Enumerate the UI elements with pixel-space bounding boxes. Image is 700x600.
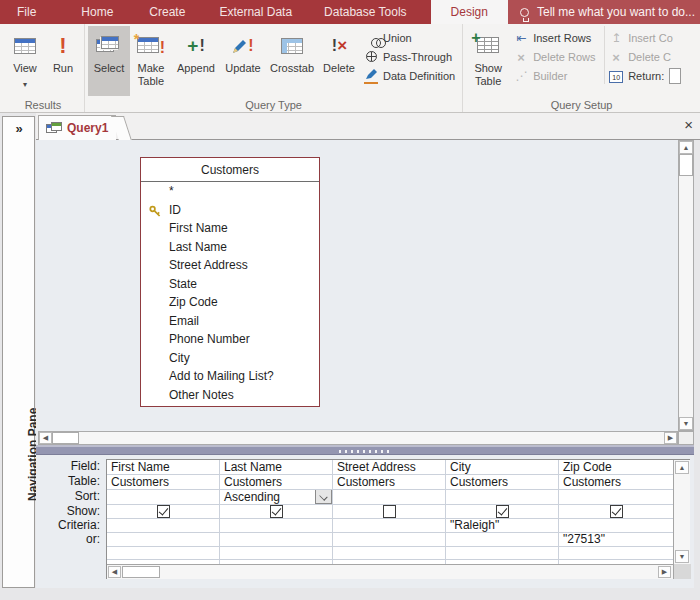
tab-file[interactable]: File (0, 0, 53, 24)
field-item-city[interactable]: City (141, 349, 319, 368)
or-cell[interactable] (107, 533, 219, 547)
empty-cell[interactable] (220, 547, 332, 560)
make-table-button[interactable]: *! Make Table (130, 26, 172, 96)
show-cell[interactable] (333, 505, 445, 519)
show-cell[interactable] (107, 505, 219, 519)
show-cell[interactable] (446, 505, 558, 519)
ribbon: View ! Run Results Select (0, 24, 700, 113)
sort-cell[interactable] (333, 490, 445, 505)
show-checkbox[interactable] (157, 505, 170, 518)
empty-cell[interactable] (446, 547, 558, 560)
field-item-id[interactable]: ID (141, 201, 319, 220)
scroll-down-icon[interactable] (675, 550, 689, 563)
group-query-type: Select *! Make Table +! Append ! Up (85, 24, 463, 112)
return-control[interactable]: 10 Return: (609, 68, 681, 84)
sort-cell[interactable] (107, 490, 219, 505)
insert-rows-button[interactable]: Insert Rows (514, 30, 598, 46)
nav-expand-icon[interactable]: » (3, 117, 34, 136)
update-button[interactable]: ! Update (220, 26, 266, 96)
criteria-cell[interactable] (559, 519, 673, 533)
navigation-pane-collapsed[interactable]: » Navigation Pane (2, 116, 35, 588)
scroll-up-icon[interactable] (675, 461, 689, 474)
scrollbar-thumb[interactable] (679, 154, 693, 176)
or-cell[interactable]: "27513" (559, 533, 673, 547)
view-button[interactable]: View (5, 26, 45, 96)
scroll-down-icon[interactable] (679, 417, 693, 430)
table-cell[interactable]: Customers (446, 475, 558, 490)
field-item-asterisk[interactable]: * (141, 182, 319, 201)
sort-cell[interactable] (446, 490, 558, 505)
or-cell[interactable] (446, 533, 558, 547)
scroll-up-icon[interactable] (679, 141, 693, 154)
pass-through-button[interactable]: Pass-Through (364, 49, 455, 65)
field-item-state[interactable]: State (141, 275, 319, 294)
top-pane-vertical-scrollbar[interactable] (678, 140, 694, 431)
group-results: View ! Run Results (2, 24, 85, 112)
field-item-email[interactable]: Email (141, 312, 319, 331)
grid-horizontal-scrollbar[interactable] (107, 564, 673, 579)
field-cell[interactable]: Zip Code (559, 460, 673, 475)
data-definition-button[interactable]: Data Definition (364, 68, 455, 84)
show-table-button[interactable]: + Show Table (466, 26, 510, 96)
show-cell[interactable] (220, 505, 332, 519)
scroll-left-icon[interactable] (108, 566, 121, 578)
field-cell[interactable]: Street Address (333, 460, 445, 475)
union-button[interactable]: Union (364, 30, 455, 46)
field-item-other-notes[interactable]: Other Notes (141, 386, 319, 405)
scroll-right-icon[interactable] (658, 566, 671, 578)
field-cell[interactable]: First Name (107, 460, 219, 475)
scrollbar-thumb[interactable] (122, 566, 160, 578)
view-dropdown-caret[interactable] (23, 76, 27, 90)
field-item-street-address[interactable]: Street Address (141, 256, 319, 275)
select-query-button[interactable]: Select (88, 26, 130, 96)
tab-create[interactable]: Create (135, 0, 199, 24)
table-cell[interactable]: Customers (107, 475, 219, 490)
field-item-last-name[interactable]: Last Name (141, 238, 319, 257)
crosstab-button[interactable]: Crosstab (266, 26, 318, 96)
or-cell[interactable] (220, 533, 332, 547)
sort-dropdown-button[interactable] (315, 490, 332, 504)
field-cell[interactable]: City (446, 460, 558, 475)
empty-cell[interactable] (333, 547, 445, 560)
return-value-box[interactable] (669, 68, 681, 84)
scrollbar-thumb[interactable] (52, 432, 79, 444)
tab-design[interactable]: Design (431, 0, 508, 24)
show-checkbox[interactable] (610, 505, 623, 518)
show-checkbox[interactable] (496, 505, 509, 518)
criteria-cell[interactable] (107, 519, 219, 533)
show-cell[interactable] (559, 505, 673, 519)
grid-vertical-scrollbar[interactable] (673, 460, 690, 564)
close-icon[interactable]: × (684, 116, 693, 133)
sort-cell[interactable] (559, 490, 673, 505)
criteria-cell[interactable] (333, 519, 445, 533)
criteria-cell[interactable]: "Raleigh" (446, 519, 558, 533)
field-cell[interactable]: Last Name (220, 460, 332, 475)
table-cell[interactable]: Customers (220, 475, 332, 490)
table-cell[interactable]: Customers (559, 475, 673, 490)
customers-field-list[interactable]: Customers * ID First Name Last Name Stre… (140, 157, 320, 407)
show-checkbox[interactable] (383, 505, 396, 518)
show-checkbox[interactable] (270, 505, 283, 518)
tab-external-data[interactable]: External Data (205, 0, 306, 24)
empty-cell[interactable] (107, 547, 219, 560)
tell-me-box[interactable]: Tell me what you want to do... (508, 0, 700, 24)
tab-home[interactable]: Home (67, 0, 127, 24)
append-button[interactable]: +! Append (172, 26, 220, 96)
delete-query-button[interactable]: !× Delete (318, 26, 360, 96)
criteria-cell[interactable] (220, 519, 332, 533)
field-item-mailing-list[interactable]: Add to Mailing List? (141, 367, 319, 386)
scroll-left-icon[interactable] (39, 432, 52, 444)
tab-query1[interactable]: Query1 (38, 115, 116, 140)
pane-splitter[interactable] (36, 445, 694, 455)
empty-cell[interactable] (559, 547, 673, 560)
top-pane-horizontal-scrollbar[interactable] (38, 431, 678, 445)
tab-database-tools[interactable]: Database Tools (310, 0, 421, 24)
run-button[interactable]: ! Run (45, 26, 81, 96)
field-item-zip-code[interactable]: Zip Code (141, 293, 319, 312)
field-item-first-name[interactable]: First Name (141, 219, 319, 238)
scroll-right-icon[interactable] (664, 432, 677, 444)
table-cell[interactable]: Customers (333, 475, 445, 490)
or-cell[interactable] (333, 533, 445, 547)
sort-cell-active[interactable]: Ascending (220, 490, 332, 505)
field-item-phone-number[interactable]: Phone Number (141, 330, 319, 349)
